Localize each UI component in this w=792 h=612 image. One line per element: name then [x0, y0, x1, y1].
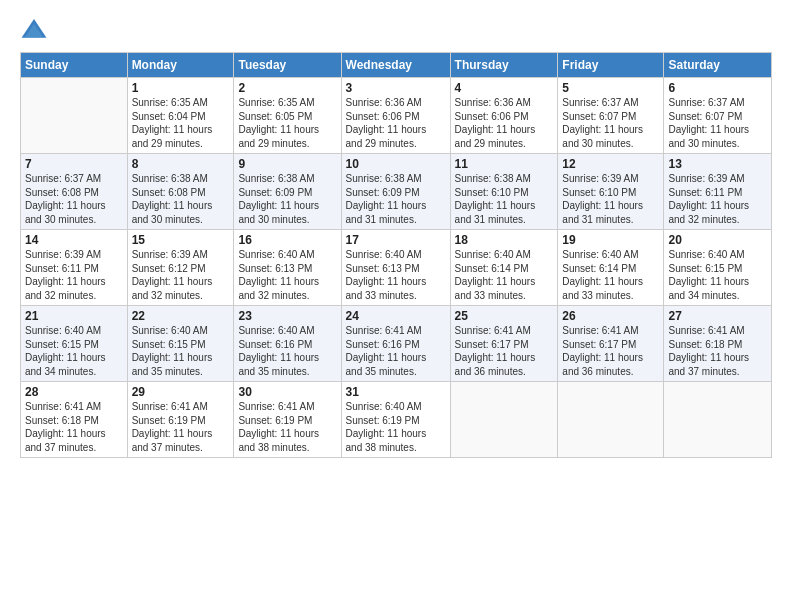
calendar-header-monday: Monday: [127, 53, 234, 78]
calendar-cell: 24Sunrise: 6:41 AMSunset: 6:16 PMDayligh…: [341, 306, 450, 382]
day-number: 18: [455, 233, 554, 247]
day-info: Sunrise: 6:39 AMSunset: 6:10 PMDaylight:…: [562, 172, 659, 226]
day-number: 16: [238, 233, 336, 247]
calendar-cell: 30Sunrise: 6:41 AMSunset: 6:19 PMDayligh…: [234, 382, 341, 458]
day-number: 23: [238, 309, 336, 323]
calendar-cell: 11Sunrise: 6:38 AMSunset: 6:10 PMDayligh…: [450, 154, 558, 230]
day-number: 30: [238, 385, 336, 399]
calendar-week-2: 7Sunrise: 6:37 AMSunset: 6:08 PMDaylight…: [21, 154, 772, 230]
calendar-cell: 5Sunrise: 6:37 AMSunset: 6:07 PMDaylight…: [558, 78, 664, 154]
day-info: Sunrise: 6:40 AMSunset: 6:14 PMDaylight:…: [562, 248, 659, 302]
calendar-cell: 31Sunrise: 6:40 AMSunset: 6:19 PMDayligh…: [341, 382, 450, 458]
day-info: Sunrise: 6:38 AMSunset: 6:09 PMDaylight:…: [238, 172, 336, 226]
day-info: Sunrise: 6:38 AMSunset: 6:09 PMDaylight:…: [346, 172, 446, 226]
calendar-header-friday: Friday: [558, 53, 664, 78]
calendar-cell: 19Sunrise: 6:40 AMSunset: 6:14 PMDayligh…: [558, 230, 664, 306]
calendar-cell: 13Sunrise: 6:39 AMSunset: 6:11 PMDayligh…: [664, 154, 772, 230]
calendar-cell: 8Sunrise: 6:38 AMSunset: 6:08 PMDaylight…: [127, 154, 234, 230]
logo: [20, 16, 52, 44]
day-info: Sunrise: 6:39 AMSunset: 6:11 PMDaylight:…: [668, 172, 767, 226]
calendar-cell: 10Sunrise: 6:38 AMSunset: 6:09 PMDayligh…: [341, 154, 450, 230]
day-number: 14: [25, 233, 123, 247]
calendar-week-5: 28Sunrise: 6:41 AMSunset: 6:18 PMDayligh…: [21, 382, 772, 458]
calendar-cell: 18Sunrise: 6:40 AMSunset: 6:14 PMDayligh…: [450, 230, 558, 306]
day-info: Sunrise: 6:41 AMSunset: 6:17 PMDaylight:…: [562, 324, 659, 378]
calendar-header-saturday: Saturday: [664, 53, 772, 78]
day-number: 11: [455, 157, 554, 171]
day-info: Sunrise: 6:40 AMSunset: 6:14 PMDaylight:…: [455, 248, 554, 302]
calendar-cell: 6Sunrise: 6:37 AMSunset: 6:07 PMDaylight…: [664, 78, 772, 154]
day-info: Sunrise: 6:37 AMSunset: 6:08 PMDaylight:…: [25, 172, 123, 226]
calendar-cell: 26Sunrise: 6:41 AMSunset: 6:17 PMDayligh…: [558, 306, 664, 382]
day-info: Sunrise: 6:40 AMSunset: 6:15 PMDaylight:…: [668, 248, 767, 302]
day-info: Sunrise: 6:40 AMSunset: 6:15 PMDaylight:…: [25, 324, 123, 378]
calendar-header-sunday: Sunday: [21, 53, 128, 78]
calendar-week-3: 14Sunrise: 6:39 AMSunset: 6:11 PMDayligh…: [21, 230, 772, 306]
day-number: 8: [132, 157, 230, 171]
day-number: 31: [346, 385, 446, 399]
day-number: 24: [346, 309, 446, 323]
calendar-cell: 27Sunrise: 6:41 AMSunset: 6:18 PMDayligh…: [664, 306, 772, 382]
calendar-cell: 1Sunrise: 6:35 AMSunset: 6:04 PMDaylight…: [127, 78, 234, 154]
header: [20, 16, 772, 44]
day-info: Sunrise: 6:41 AMSunset: 6:16 PMDaylight:…: [346, 324, 446, 378]
calendar-cell: 22Sunrise: 6:40 AMSunset: 6:15 PMDayligh…: [127, 306, 234, 382]
day-info: Sunrise: 6:40 AMSunset: 6:13 PMDaylight:…: [238, 248, 336, 302]
day-info: Sunrise: 6:41 AMSunset: 6:18 PMDaylight:…: [25, 400, 123, 454]
calendar-cell: 28Sunrise: 6:41 AMSunset: 6:18 PMDayligh…: [21, 382, 128, 458]
day-number: 19: [562, 233, 659, 247]
calendar-header-tuesday: Tuesday: [234, 53, 341, 78]
day-info: Sunrise: 6:40 AMSunset: 6:19 PMDaylight:…: [346, 400, 446, 454]
calendar-cell: 4Sunrise: 6:36 AMSunset: 6:06 PMDaylight…: [450, 78, 558, 154]
day-number: 28: [25, 385, 123, 399]
calendar-cell: 15Sunrise: 6:39 AMSunset: 6:12 PMDayligh…: [127, 230, 234, 306]
day-number: 12: [562, 157, 659, 171]
calendar-cell: 25Sunrise: 6:41 AMSunset: 6:17 PMDayligh…: [450, 306, 558, 382]
calendar-header-thursday: Thursday: [450, 53, 558, 78]
calendar-cell: 7Sunrise: 6:37 AMSunset: 6:08 PMDaylight…: [21, 154, 128, 230]
day-number: 10: [346, 157, 446, 171]
logo-icon: [20, 16, 48, 44]
day-info: Sunrise: 6:37 AMSunset: 6:07 PMDaylight:…: [668, 96, 767, 150]
day-number: 3: [346, 81, 446, 95]
day-number: 17: [346, 233, 446, 247]
day-number: 29: [132, 385, 230, 399]
day-info: Sunrise: 6:40 AMSunset: 6:15 PMDaylight:…: [132, 324, 230, 378]
calendar-table: SundayMondayTuesdayWednesdayThursdayFrid…: [20, 52, 772, 458]
calendar-cell: 3Sunrise: 6:36 AMSunset: 6:06 PMDaylight…: [341, 78, 450, 154]
calendar-week-1: 1Sunrise: 6:35 AMSunset: 6:04 PMDaylight…: [21, 78, 772, 154]
day-number: 26: [562, 309, 659, 323]
calendar-header-row: SundayMondayTuesdayWednesdayThursdayFrid…: [21, 53, 772, 78]
day-info: Sunrise: 6:38 AMSunset: 6:10 PMDaylight:…: [455, 172, 554, 226]
day-info: Sunrise: 6:41 AMSunset: 6:17 PMDaylight:…: [455, 324, 554, 378]
calendar-cell: [558, 382, 664, 458]
calendar-cell: 9Sunrise: 6:38 AMSunset: 6:09 PMDaylight…: [234, 154, 341, 230]
calendar-week-4: 21Sunrise: 6:40 AMSunset: 6:15 PMDayligh…: [21, 306, 772, 382]
day-number: 13: [668, 157, 767, 171]
calendar-cell: 20Sunrise: 6:40 AMSunset: 6:15 PMDayligh…: [664, 230, 772, 306]
calendar-cell: 2Sunrise: 6:35 AMSunset: 6:05 PMDaylight…: [234, 78, 341, 154]
day-info: Sunrise: 6:39 AMSunset: 6:11 PMDaylight:…: [25, 248, 123, 302]
calendar-header-wednesday: Wednesday: [341, 53, 450, 78]
day-info: Sunrise: 6:36 AMSunset: 6:06 PMDaylight:…: [455, 96, 554, 150]
day-number: 22: [132, 309, 230, 323]
day-info: Sunrise: 6:40 AMSunset: 6:13 PMDaylight:…: [346, 248, 446, 302]
calendar-cell: [450, 382, 558, 458]
calendar-cell: 14Sunrise: 6:39 AMSunset: 6:11 PMDayligh…: [21, 230, 128, 306]
day-number: 20: [668, 233, 767, 247]
calendar-cell: 17Sunrise: 6:40 AMSunset: 6:13 PMDayligh…: [341, 230, 450, 306]
day-info: Sunrise: 6:40 AMSunset: 6:16 PMDaylight:…: [238, 324, 336, 378]
day-info: Sunrise: 6:36 AMSunset: 6:06 PMDaylight:…: [346, 96, 446, 150]
day-number: 5: [562, 81, 659, 95]
day-number: 6: [668, 81, 767, 95]
day-number: 15: [132, 233, 230, 247]
calendar-cell: 21Sunrise: 6:40 AMSunset: 6:15 PMDayligh…: [21, 306, 128, 382]
calendar-cell: [664, 382, 772, 458]
day-info: Sunrise: 6:41 AMSunset: 6:19 PMDaylight:…: [132, 400, 230, 454]
calendar-cell: 16Sunrise: 6:40 AMSunset: 6:13 PMDayligh…: [234, 230, 341, 306]
calendar-cell: 29Sunrise: 6:41 AMSunset: 6:19 PMDayligh…: [127, 382, 234, 458]
calendar-cell: 23Sunrise: 6:40 AMSunset: 6:16 PMDayligh…: [234, 306, 341, 382]
day-number: 2: [238, 81, 336, 95]
day-info: Sunrise: 6:38 AMSunset: 6:08 PMDaylight:…: [132, 172, 230, 226]
day-info: Sunrise: 6:39 AMSunset: 6:12 PMDaylight:…: [132, 248, 230, 302]
